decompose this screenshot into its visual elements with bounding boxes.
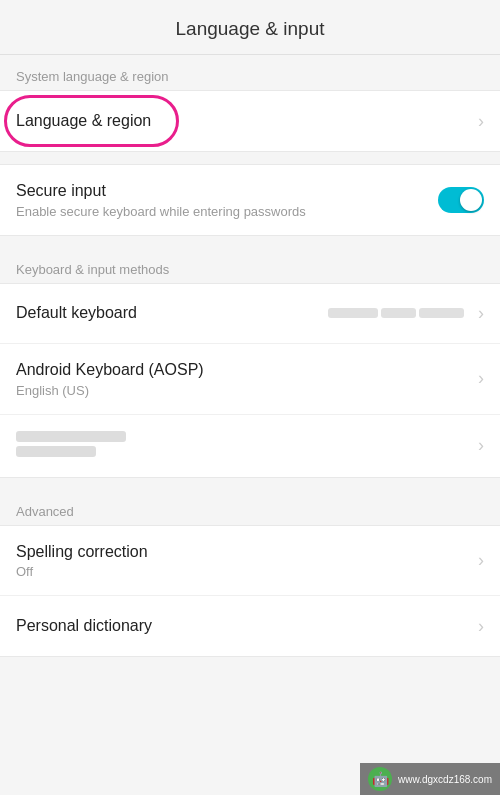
default-keyboard-right: › <box>328 303 484 324</box>
watermark-icon: 🤖 <box>368 767 392 791</box>
header: Language & input <box>0 0 500 55</box>
gap1 <box>0 154 500 164</box>
keyboard-group: Default keyboard › Android Keyboard (AOS… <box>0 283 500 478</box>
spelling-correction-subtitle: Off <box>16 564 470 579</box>
default-keyboard-value <box>328 306 464 321</box>
android-keyboard-title: Android Keyboard (AOSP) <box>16 360 470 381</box>
language-region-right: › <box>470 111 484 132</box>
spelling-correction-item[interactable]: Spelling correction Off › <box>0 526 500 597</box>
section-label-keyboard: Keyboard & input methods <box>0 248 500 283</box>
blurred-subtitle <box>16 446 96 457</box>
advanced-group: Spelling correction Off › Personal dicti… <box>0 525 500 658</box>
blurred-keyboard-item[interactable]: › <box>0 415 500 477</box>
default-keyboard-content: Default keyboard <box>16 303 328 324</box>
secure-input-content: Secure input Enable secure keyboard whil… <box>16 181 438 219</box>
watermark-text: www.dgxcdz168.com <box>398 774 492 785</box>
android-keyboard-content: Android Keyboard (AOSP) English (US) <box>16 360 470 398</box>
chevron-icon: › <box>478 368 484 389</box>
secure-input-title: Secure input <box>16 181 438 202</box>
chevron-icon: › <box>478 435 484 456</box>
default-keyboard-title: Default keyboard <box>16 303 328 324</box>
secure-input-group: Secure input Enable secure keyboard whil… <box>0 164 500 236</box>
section-label-advanced: Advanced <box>0 490 500 525</box>
secure-input-item[interactable]: Secure input Enable secure keyboard whil… <box>0 165 500 235</box>
secure-input-toggle[interactable] <box>438 187 484 213</box>
personal-dictionary-title: Personal dictionary <box>16 616 470 637</box>
page-title: Language & input <box>176 18 325 39</box>
personal-dictionary-item[interactable]: Personal dictionary › <box>0 596 500 656</box>
gap3 <box>0 480 500 490</box>
system-language-group: Language & region › <box>0 90 500 152</box>
blurred-keyboard-right: › <box>470 435 484 456</box>
spelling-correction-title: Spelling correction <box>16 542 470 563</box>
android-keyboard-subtitle: English (US) <box>16 383 470 398</box>
language-region-content: Language & region <box>16 111 470 132</box>
default-keyboard-item[interactable]: Default keyboard › <box>0 284 500 344</box>
chevron-icon: › <box>478 616 484 637</box>
blurred-keyboard-content <box>16 431 470 461</box>
gap2 <box>0 238 500 248</box>
watermark: 🤖 www.dgxcdz168.com <box>360 763 500 795</box>
spelling-correction-right: › <box>470 550 484 571</box>
spelling-correction-content: Spelling correction Off <box>16 542 470 580</box>
chevron-icon: › <box>478 550 484 571</box>
secure-input-subtitle: Enable secure keyboard while entering pa… <box>16 204 438 219</box>
android-keyboard-item[interactable]: Android Keyboard (AOSP) English (US) › <box>0 344 500 415</box>
personal-dictionary-content: Personal dictionary <box>16 616 470 637</box>
chevron-icon: › <box>478 111 484 132</box>
language-region-item[interactable]: Language & region › <box>0 91 500 151</box>
toggle-knob <box>460 189 482 211</box>
section-label-system: System language & region <box>0 55 500 90</box>
language-region-title: Language & region <box>16 111 470 132</box>
personal-dictionary-right: › <box>470 616 484 637</box>
chevron-icon: › <box>478 303 484 324</box>
android-keyboard-right: › <box>470 368 484 389</box>
blurred-title <box>16 431 126 442</box>
